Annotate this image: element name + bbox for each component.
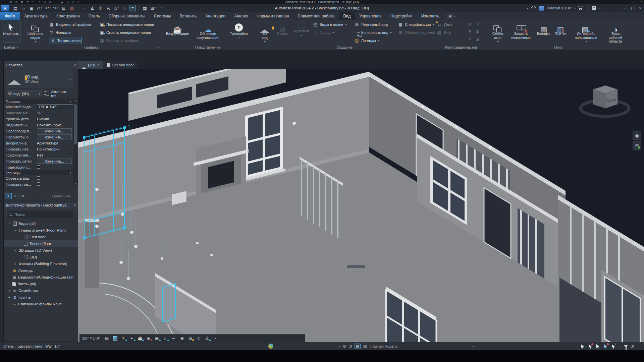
- edit-button[interactable]: Изменить...: [37, 128, 72, 133]
- search-input[interactable]: [14, 213, 61, 217]
- reveal-hidden-elements-icon[interactable]: ◉: [179, 335, 185, 341]
- tab-insert[interactable]: Вставить: [175, 12, 201, 20]
- workspace-theme-button[interactable]: ◑ Тема рабочей области: [603, 21, 628, 44]
- close-view-icon[interactable]: ×: [97, 63, 99, 67]
- browser-search[interactable]: [6, 211, 74, 218]
- checkbox[interactable]: [37, 165, 40, 169]
- tile-views-button[interactable]: ▥ Плитки: [553, 21, 568, 36]
- steering-wheel-button[interactable]: ◉: [633, 131, 641, 140]
- close-icon[interactable]: ×: [74, 203, 76, 207]
- store-cart-icon[interactable]: [578, 6, 583, 10]
- panel-label-select[interactable]: Выбор▾: [0, 45, 22, 49]
- view-tab-3d[interactable]: {3D} ×: [78, 61, 103, 69]
- view-tab-second-floor[interactable]: Second floor: [103, 61, 137, 69]
- revision-tag-icon[interactable]: ①: [474, 28, 481, 35]
- user-interface-button[interactable]: ▤ Интерфейс пользователя▾: [570, 21, 602, 44]
- pillar[interactable]: [85, 219, 99, 288]
- show-hidden-lines-button[interactable]: ▣Показать невидимые линии: [99, 21, 154, 28]
- tab-structure[interactable]: Конструкция: [52, 12, 84, 20]
- edit-button[interactable]: Изменить...: [37, 159, 72, 164]
- view-templates-button[interactable]: Шаблоны видов▾: [25, 21, 46, 44]
- tab-precast[interactable]: Сборные элементы: [104, 12, 150, 20]
- expand-toggle[interactable]: +: [8, 295, 11, 299]
- tab-manage[interactable]: Управление: [355, 12, 386, 20]
- show-crop-region-icon[interactable]: ▣: [154, 335, 160, 341]
- browser-item-3d-views[interactable]: −3D виды (3D View): [4, 247, 78, 254]
- tab-views-button[interactable]: ▤ Вкладки: [535, 21, 552, 36]
- reveal-constraints-icon[interactable]: ∠: [204, 335, 210, 341]
- remove-hidden-lines-button[interactable]: ▣Скрыть невидимые линии: [99, 29, 151, 36]
- aligned-dimension-button[interactable]: ∡: [89, 5, 96, 11]
- tab-analyze[interactable]: Анализ: [230, 12, 252, 20]
- collaboration-icon[interactable]: [531, 6, 536, 10]
- file-menu-button[interactable]: ▤: [12, 5, 19, 11]
- browser-item-second-floor[interactable]: Second floor: [4, 240, 78, 247]
- visibility-graphics-button[interactable]: ▦Видимость/ графика: [49, 21, 91, 28]
- export-button[interactable]: ▥: [68, 5, 75, 11]
- close-inactive-button[interactable]: × Закрыть неактивные: [507, 21, 534, 40]
- avatar[interactable]: [539, 6, 544, 11]
- drafting-view-button[interactable]: ⊟Чертежный вид: [354, 21, 388, 28]
- drag-on-selection-toggle[interactable]: +: [611, 344, 616, 349]
- collapse-vcb-icon[interactable]: ‹: [213, 335, 219, 341]
- os-maximize-button[interactable]: ▢: [633, 0, 636, 3]
- editing-requests-icon[interactable]: ⊚: [343, 344, 346, 349]
- sort-asc-button[interactable]: A↓: [13, 193, 19, 199]
- schedules-button[interactable]: ▦Спецификации▾: [398, 21, 434, 28]
- selection-filter-icon[interactable]: [624, 345, 628, 348]
- dialog-launcher-icon[interactable]: ↘: [157, 46, 160, 49]
- collapse-toggle[interactable]: −: [14, 248, 17, 252]
- 3d-canvas[interactable]: Сзади ◉ ⊞: [78, 69, 644, 342]
- username[interactable]: viktoriiaCFTHP: [547, 6, 572, 10]
- os-close-button[interactable]: ×: [640, 0, 642, 3]
- minimize-button[interactable]: ─: [624, 6, 626, 10]
- browser-item-views[interactable]: −Виды (all): [4, 220, 78, 227]
- revit-logo[interactable]: R: [1, 5, 9, 11]
- tab-modify[interactable]: Изменить: [417, 12, 444, 20]
- tab-systems[interactable]: Системы: [150, 12, 175, 20]
- thin-lines-ribbon-button[interactable]: ≡Тонкие линии: [49, 37, 82, 44]
- browser-item-groups[interactable]: +⊡Группы: [4, 294, 78, 301]
- lock-3d-view-icon[interactable]: ⌂: [162, 335, 168, 341]
- edit-button[interactable]: Изменить...: [37, 134, 72, 139]
- redo-button[interactable]: ↷▾: [52, 5, 59, 11]
- tab-view[interactable]: Вид: [339, 12, 355, 20]
- duplicate-view-button[interactable]: Копировать вид▾: [354, 29, 391, 36]
- visual-style-icon[interactable]: [113, 336, 117, 341]
- save-button[interactable]: ▣: [28, 5, 35, 11]
- sheet-button[interactable]: ▱Лист: [437, 21, 452, 28]
- close-hidden-windows-button[interactable]: ▦: [142, 5, 148, 11]
- browser-item-floor-plans[interactable]: −Планы этажей (Floor Plan): [4, 227, 78, 234]
- switch-windows-ribbon-button[interactable]: Смена окон▾: [489, 21, 507, 44]
- level-marker[interactable]: [95, 188, 99, 191]
- customize-qat-button[interactable]: ▾: [158, 5, 164, 11]
- level-marker[interactable]: [95, 225, 99, 228]
- viewcube[interactable]: Сзади: [581, 85, 629, 116]
- sort-default-button[interactable]: ≡: [5, 193, 12, 199]
- displaced-elements-icon[interactable]: ◇: [196, 335, 202, 341]
- workset-list-icon[interactable]: ▥: [363, 344, 367, 349]
- twinmotion-button[interactable]: T Twinmotion▾: [225, 21, 253, 40]
- temporary-view-properties-icon[interactable]: ▤: [187, 335, 194, 341]
- expand-toggle[interactable]: +: [8, 289, 11, 293]
- filters-button[interactable]: ▽Фильтры: [49, 29, 71, 36]
- 3d-view-button[interactable]: 3D вид▾: [257, 21, 272, 44]
- browser-item-families[interactable]: +▥Семейства: [4, 287, 78, 294]
- window[interactable]: [243, 106, 285, 181]
- tab-file[interactable]: Файл: [0, 12, 20, 20]
- select-by-face-toggle[interactable]: [603, 344, 608, 349]
- cloud-render-button[interactable]: ☁ Облачная визуализация: [193, 21, 223, 40]
- select-links-toggle[interactable]: [580, 344, 585, 349]
- browser-item-revit-links[interactable]: ∞Связанные файлы Revit: [4, 301, 78, 307]
- collapse-toggle[interactable]: −: [8, 222, 11, 226]
- sync-button[interactable]: ⇄▾: [36, 5, 43, 11]
- modify-button[interactable]: Изменить: [2, 21, 20, 43]
- tab-massing[interactable]: Формы и генплан: [252, 12, 293, 20]
- tab-addins[interactable]: Надстройки: [386, 12, 417, 20]
- browser-header[interactable]: Диспетчер проекта - Backcountry.r...×: [4, 201, 78, 209]
- close-button[interactable]: ×: [639, 6, 641, 10]
- restore-button[interactable]: ▢: [631, 6, 634, 10]
- browser-item-legends[interactable]: ▤Легенды: [4, 267, 78, 274]
- browser-item-sheets[interactable]: Листы (all): [4, 281, 78, 287]
- plan-views-button[interactable]: ◰Виды в плане▾: [313, 21, 346, 28]
